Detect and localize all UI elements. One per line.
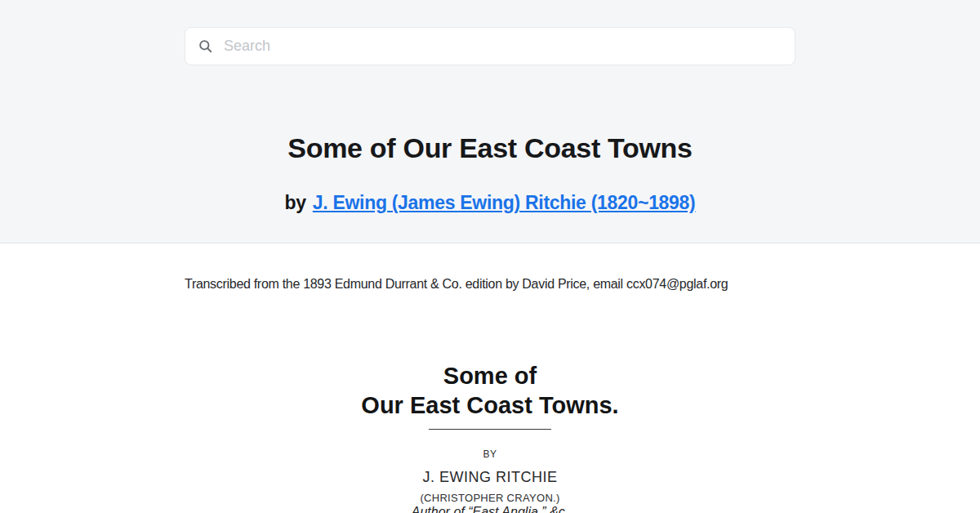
title-line-1: Some of bbox=[443, 363, 537, 389]
ebook-title: Some of Our East Coast Towns bbox=[0, 132, 980, 165]
title-line-2: Our East Coast Towns. bbox=[361, 392, 618, 418]
title-page: Some of Our East Coast Towns. BY J. EWIN… bbox=[0, 361, 980, 513]
by-caption: BY bbox=[0, 448, 980, 461]
search-input[interactable] bbox=[222, 37, 782, 56]
transcription-note: Transcribed from the 1893 Edmund Durrant… bbox=[185, 243, 795, 292]
ebook-content: Transcribed from the 1893 Edmund Durrant… bbox=[0, 243, 980, 513]
author-of-line: Author of “East Anglia,” &c. bbox=[0, 505, 980, 513]
page-header: Some of Our East Coast Towns byJ. Ewing … bbox=[0, 0, 980, 243]
pen-name: (CHRISTOPHER CRAYON.) bbox=[0, 492, 980, 505]
search-bar[interactable] bbox=[185, 27, 795, 65]
search-icon bbox=[198, 38, 213, 54]
title-rule bbox=[429, 429, 551, 430]
by-label: by bbox=[285, 192, 306, 213]
title-page-heading: Some of Our East Coast Towns. bbox=[0, 361, 980, 420]
author-link[interactable]: J. Ewing (James Ewing) Ritchie (1820~189… bbox=[313, 192, 696, 213]
title-page-author: J. EWING RITCHIE bbox=[0, 468, 980, 486]
ebook-author-line: byJ. Ewing (James Ewing) Ritchie (1820~1… bbox=[0, 190, 980, 215]
